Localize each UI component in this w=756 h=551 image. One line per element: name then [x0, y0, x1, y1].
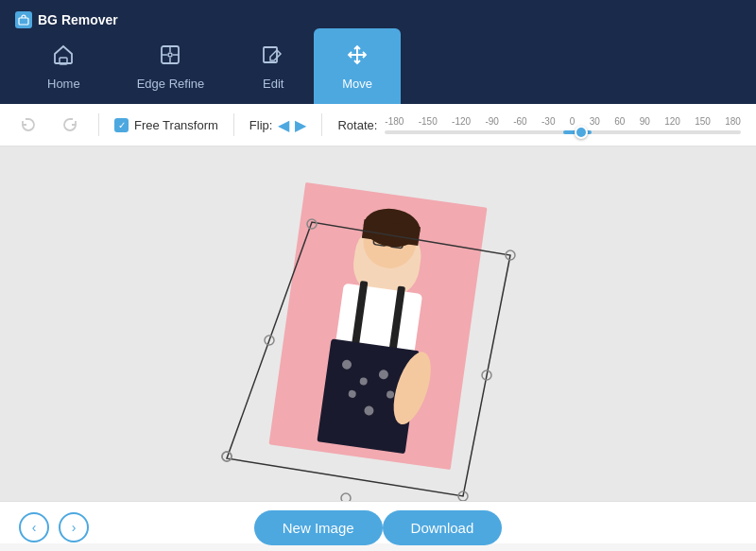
edge-refine-icon — [158, 43, 182, 71]
new-image-button[interactable]: New Image — [254, 510, 383, 545]
canvas-area — [0, 146, 756, 501]
navbar: BG Remover Home — [0, 0, 756, 104]
flip-vertical-button[interactable]: ▶ — [295, 116, 306, 134]
canvas-wrapper: ✋ 30% — [0, 146, 756, 501]
next-button[interactable]: › — [59, 512, 89, 542]
download-button[interactable]: Download — [383, 510, 503, 545]
handle-bottom[interactable] — [341, 493, 351, 501]
flip-horizontal-button[interactable]: ◀ — [278, 116, 289, 134]
rotate-slider-container: -180 -150 -120 -90 -60 -30 0 30 60 90 12… — [385, 111, 741, 139]
app-title: BG Remover — [15, 11, 118, 28]
nav-item-edit[interactable]: Edit — [232, 28, 314, 104]
nav-label-home: Home — [47, 77, 80, 91]
free-transform-checkbox[interactable]: ✓ — [114, 118, 129, 132]
action-bar-wrapper: ‹ › New Image Download — [0, 502, 756, 552]
edit-icon — [261, 43, 285, 71]
toolbar: ✓ Free Transform Flip: ◀ ▶ Rotate: -180 … — [0, 104, 756, 146]
rotate-group: Rotate: -180 -150 -120 -90 -60 -30 0 30 … — [337, 111, 741, 139]
toolbar-divider-1 — [98, 113, 99, 136]
toolbar-divider-3 — [321, 113, 322, 136]
nav-item-edge-refine[interactable]: Edge Refine — [109, 28, 233, 104]
nav-label-edit: Edit — [263, 77, 284, 91]
flip-group: Flip: ◀ ▶ — [249, 116, 307, 134]
action-bar: ‹ › New Image Download — [0, 501, 756, 551]
move-icon — [345, 43, 369, 71]
svg-point-3 — [168, 53, 172, 57]
rotate-thumb[interactable] — [575, 126, 588, 139]
canvas-svg — [0, 146, 756, 501]
app-icon — [15, 11, 32, 28]
nav-label-move: Move — [342, 77, 372, 91]
home-icon — [51, 43, 76, 71]
nav-arrows: ‹ › — [19, 512, 89, 542]
redo-button[interactable] — [57, 112, 83, 138]
svg-rect-0 — [19, 18, 28, 25]
undo-button[interactable] — [15, 112, 42, 138]
nav-item-move[interactable]: Move — [314, 28, 401, 104]
free-transform-group: ✓ Free Transform — [114, 118, 218, 132]
prev-button[interactable]: ‹ — [19, 512, 49, 542]
nav-item-home[interactable]: Home — [19, 28, 109, 104]
toolbar-divider-2 — [233, 113, 234, 136]
nav-label-edge-refine: Edge Refine — [137, 77, 205, 91]
free-transform-label[interactable]: ✓ Free Transform — [114, 118, 218, 132]
